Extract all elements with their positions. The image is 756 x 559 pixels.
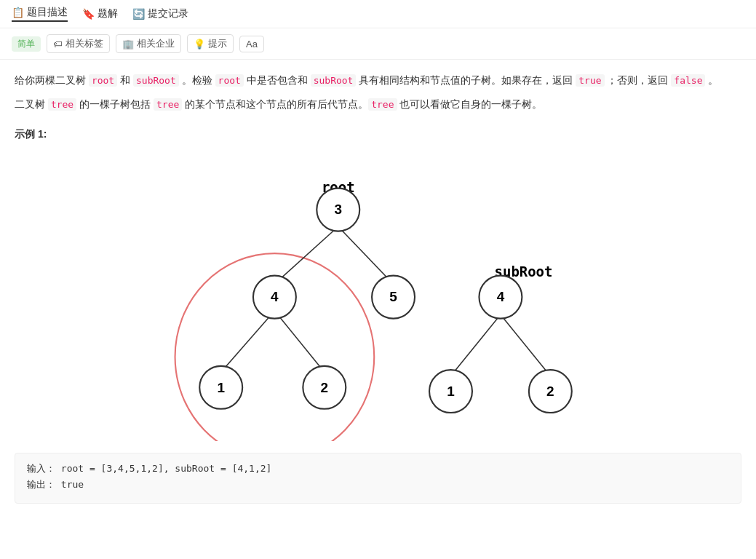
line-3-4 — [274, 227, 338, 285]
line-4-1 — [221, 311, 275, 372]
toolbar: 简单 🏷 相关标签 🏢 相关企业 💡 提示 Aa — [0, 28, 756, 60]
input-label: 输入： — [27, 463, 55, 474]
line-3-5 — [338, 227, 394, 285]
node-root-2-label: 2 — [321, 380, 329, 395]
problem-description: 给你两棵二叉树 root 和 subRoot 。检验 root 中是否包含和 s… — [15, 71, 741, 114]
nav-submissions[interactable]: 🔄 提交记录 — [132, 7, 188, 20]
example-title: 示例 1: — [15, 128, 741, 141]
node-sub-1-label: 1 — [447, 384, 455, 399]
input-line: 输入： root = [3,4,5,1,2], subRoot = [4,1,2… — [27, 462, 729, 475]
nav-solution[interactable]: 🔖 题解 — [82, 7, 118, 20]
font-label: Aa — [246, 39, 258, 49]
hint-button[interactable]: 💡 提示 — [187, 34, 234, 53]
sub-line-4-1 — [451, 315, 501, 376]
tags-button[interactable]: 🏷 相关标签 — [47, 34, 110, 53]
top-navigation: 📋 题目描述 🔖 题解 🔄 提交记录 — [0, 0, 756, 28]
difficulty-badge: 简单 — [12, 36, 41, 52]
nav-description[interactable]: 📋 题目描述 — [12, 6, 68, 22]
io-section: 输入： root = [3,4,5,1,2], subRoot = [4,1,2… — [15, 453, 741, 504]
line-4-2 — [274, 311, 324, 372]
input-value: root = [3,4,5,1,2], subRoot = [4,1,2] — [61, 463, 272, 474]
hint-icon: 💡 — [194, 39, 205, 49]
node-root-3-label: 3 — [334, 202, 342, 218]
node-sub-2-label: 2 — [546, 384, 554, 399]
tag-icon: 🏷 — [53, 39, 63, 49]
node-root-4-label: 4 — [271, 290, 279, 305]
output-line: 输出： true — [27, 478, 729, 491]
companies-icon: 🏢 — [122, 39, 134, 49]
companies-button[interactable]: 🏢 相关企业 — [116, 34, 181, 53]
output-value: true — [61, 479, 84, 490]
font-button[interactable]: Aa — [239, 36, 264, 52]
submissions-icon: 🔄 — [132, 8, 145, 20]
sub-line-4-2 — [501, 315, 550, 376]
main-content: 给你两棵二叉树 root 和 subRoot 。检验 root 中是否包含和 s… — [0, 60, 756, 515]
solution-icon: 🔖 — [82, 8, 95, 20]
output-label: 输出： — [27, 479, 55, 490]
description-para1: 给你两棵二叉树 root 和 subRoot 。检验 root 中是否包含和 s… — [15, 71, 741, 90]
description-para2: 二叉树 tree 的一棵子树包括 tree 的某个节点和这个节点的所有后代节点。… — [15, 95, 741, 114]
node-root-1-label: 1 — [217, 380, 225, 395]
description-icon: 📋 — [12, 7, 24, 18]
tree-svg: root 3 4 5 1 2 — [15, 150, 741, 441]
node-root-5-label: 5 — [389, 290, 397, 305]
tree-diagram: root 3 4 5 1 2 — [15, 150, 741, 441]
node-sub-4-label: 4 — [497, 290, 505, 305]
